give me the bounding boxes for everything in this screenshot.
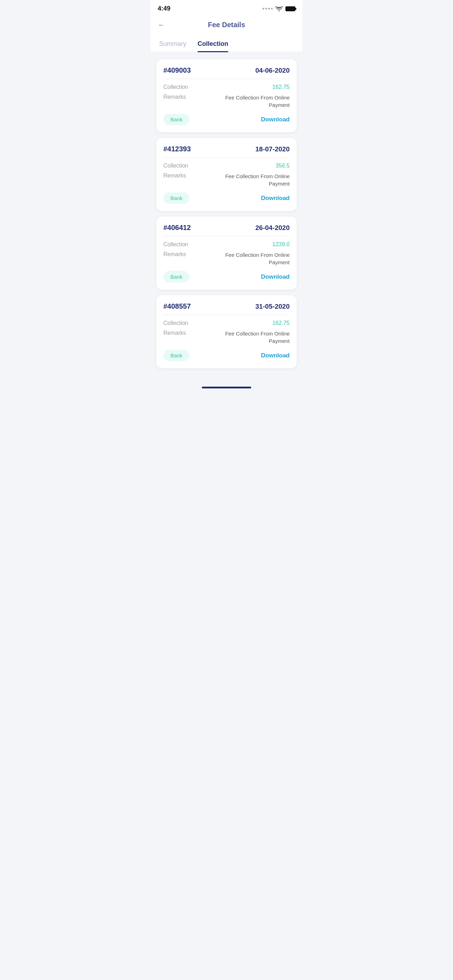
collection-row-3: Collection 1239.0 (163, 241, 290, 248)
home-bar (202, 387, 251, 388)
receipt-number-4: #408557 (163, 302, 191, 310)
collection-value-2: 356.5 (275, 162, 290, 169)
divider-4 (163, 315, 290, 315)
receipt-date-1: 04-06-2020 (256, 67, 290, 75)
receipt-number-3: #406412 (163, 224, 191, 232)
content-area: #409003 04-06-2020 Collection 162.75 Rem… (151, 52, 302, 382)
download-button-4[interactable]: Download (261, 352, 290, 359)
bank-badge-2: Bank (163, 192, 189, 204)
collection-value-3: 1239.0 (272, 241, 290, 248)
download-button-2[interactable]: Download (261, 195, 290, 202)
collection-value-1: 162.75 (272, 84, 290, 90)
battery-icon (285, 6, 295, 11)
tabs-container: Summary Collection (151, 36, 302, 52)
remarks-label-4: Remarks (163, 330, 186, 336)
collection-label-4: Collection (163, 320, 188, 326)
remarks-value-4: Fee Collection From Online Payment (212, 330, 290, 345)
collection-label-3: Collection (163, 241, 188, 248)
signal-icon (262, 8, 273, 10)
remarks-label-1: Remarks (163, 94, 186, 100)
collection-value-4: 162.75 (272, 320, 290, 326)
card-header-2: #412393 18-07-2020 (163, 145, 290, 153)
card-footer-1: Bank Download (163, 114, 290, 125)
receipt-date-4: 31-05-2020 (256, 303, 290, 310)
remarks-value-2: Fee Collection From Online Payment (212, 172, 290, 187)
card-footer-2: Bank Download (163, 192, 290, 204)
download-button-3[interactable]: Download (261, 274, 290, 280)
fee-card-1: #409003 04-06-2020 Collection 162.75 Rem… (156, 59, 297, 132)
card-header-3: #406412 26-04-2020 (163, 224, 290, 232)
status-bar: 4:49 (151, 0, 302, 15)
divider-1 (163, 79, 290, 79)
remarks-row-2: Remarks Fee Collection From Online Payme… (163, 172, 290, 187)
remarks-label-2: Remarks (163, 172, 186, 179)
fee-card-4: #408557 31-05-2020 Collection 162.75 Rem… (156, 295, 297, 368)
card-header-1: #409003 04-06-2020 (163, 66, 290, 75)
collection-row-1: Collection 162.75 (163, 84, 290, 90)
tab-collection[interactable]: Collection (197, 36, 228, 52)
collection-row-2: Collection 356.5 (163, 162, 290, 169)
fee-card-3: #406412 26-04-2020 Collection 1239.0 Rem… (156, 216, 297, 290)
remarks-row-4: Remarks Fee Collection From Online Payme… (163, 330, 290, 345)
collection-row-4: Collection 162.75 (163, 320, 290, 326)
card-header-4: #408557 31-05-2020 (163, 302, 290, 310)
wifi-icon (275, 6, 283, 11)
divider-3 (163, 236, 290, 236)
collection-label-1: Collection (163, 84, 188, 90)
receipt-date-2: 18-07-2020 (256, 145, 290, 153)
collection-label-2: Collection (163, 162, 188, 169)
remarks-row-3: Remarks Fee Collection From Online Payme… (163, 251, 290, 266)
remarks-label-3: Remarks (163, 251, 186, 258)
receipt-number-1: #409003 (163, 66, 191, 75)
page-title: Fee Details (208, 21, 245, 29)
remarks-row-1: Remarks Fee Collection From Online Payme… (163, 94, 290, 109)
download-button-1[interactable]: Download (261, 116, 290, 123)
back-button[interactable]: ← (158, 21, 165, 30)
card-footer-3: Bank Download (163, 271, 290, 283)
receipt-number-2: #412393 (163, 145, 191, 153)
bank-badge-1: Bank (163, 114, 189, 125)
bank-badge-4: Bank (163, 350, 189, 361)
remarks-value-3: Fee Collection From Online Payment (212, 251, 290, 266)
fee-card-2: #412393 18-07-2020 Collection 356.5 Rema… (156, 138, 297, 211)
receipt-date-3: 26-04-2020 (256, 224, 290, 232)
home-indicator (151, 382, 302, 395)
status-icons (262, 6, 295, 11)
tab-summary[interactable]: Summary (159, 36, 186, 52)
header: ← Fee Details (151, 15, 302, 36)
remarks-value-1: Fee Collection From Online Payment (212, 94, 290, 109)
status-time: 4:49 (158, 5, 170, 12)
card-footer-4: Bank Download (163, 350, 290, 361)
bank-badge-3: Bank (163, 271, 189, 283)
